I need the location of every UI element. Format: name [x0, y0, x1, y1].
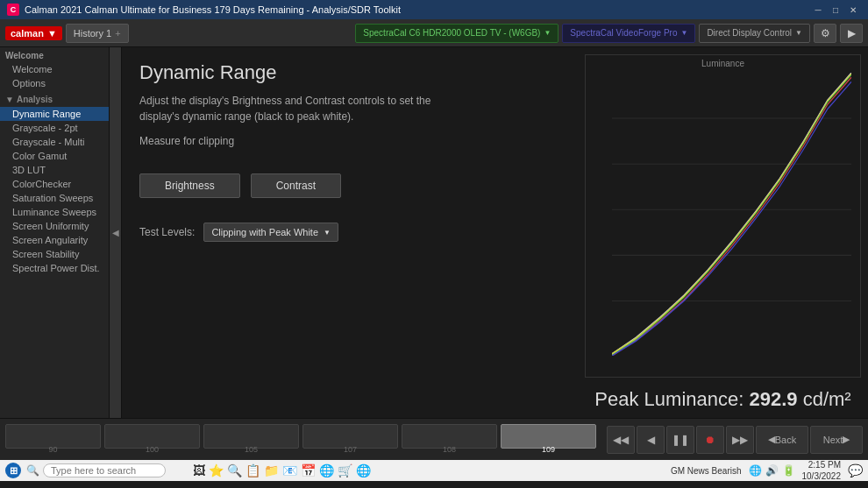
sidebar-wrapper: Welcome Welcome Options ▼ Analysis Dynam… — [0, 47, 122, 418]
sidebar-item-screen-stability[interactable]: Screen Stability — [0, 247, 109, 261]
taskbar-icon-9[interactable]: 🛒 — [338, 463, 352, 477]
sidebar-item-luminance-sweeps[interactable]: Luminance Sweeps — [0, 205, 109, 219]
history-tab-label: History 1 — [74, 28, 111, 39]
device1-badge[interactable]: SpectraCal C6 HDR2000 OLED TV - (W6GB) ▼ — [355, 24, 559, 43]
logo-text: calman — [11, 28, 44, 39]
test-levels-select[interactable]: Clipping with Peak White ▼ — [203, 223, 338, 242]
taskbar-icon-7[interactable]: 📅 — [301, 463, 316, 477]
maximize-button[interactable]: □ — [828, 4, 843, 16]
windows-start[interactable]: ⊞ — [5, 463, 21, 478]
main-area: Welcome Welcome Options ▼ Analysis Dynam… — [0, 47, 868, 418]
sidebar-section-welcome: Welcome Welcome Options — [0, 47, 109, 92]
clock: 2:15 PM 10/3/2022 — [802, 459, 842, 482]
sys-icons: 🌐 🔊 🔋 — [749, 464, 795, 477]
battery-icon: 🔋 — [782, 464, 795, 477]
sidebar-item-screen-angularity[interactable]: Screen Angularity — [0, 233, 109, 247]
device1-label: SpectraCal C6 HDR2000 OLED TV - (W6GB) — [363, 28, 540, 38]
next-button[interactable]: Next ▶ — [810, 426, 863, 454]
minimize-button[interactable]: ─ — [810, 4, 826, 16]
next-icon: ▶ — [843, 434, 850, 445]
taskbar-icons: 🖼 ⭐ 🔍 📋 📁 📧 📅 🌐 🛒 🌐 — [193, 463, 371, 477]
bottom-tab-label-2: 100 — [146, 445, 159, 454]
sidebar-item-grayscale-2pt[interactable]: Grayscale - 2pt — [0, 121, 109, 135]
peak-luminance: Peak Luminance: 292.9 cd/m² — [585, 388, 861, 411]
device1-arrow: ▼ — [544, 29, 551, 37]
back-button[interactable]: ◀ Back — [756, 426, 808, 454]
device3-label: Direct Display Control — [707, 28, 792, 38]
peak-luminance-value: 292.9 — [749, 388, 797, 410]
search-bar: 🔍 — [26, 463, 184, 477]
calman-logo[interactable]: calman ▼ — [5, 26, 62, 40]
sidebar-category-analysis[interactable]: ▼ Analysis — [0, 92, 109, 107]
bottom-tab-wrap-4: 107 — [302, 424, 398, 456]
taskbar-icon-1[interactable]: 🖼 — [193, 463, 205, 477]
time-display: 2:15 PM — [802, 459, 842, 470]
test-levels-value: Clipping with Peak White — [211, 227, 318, 237]
bottom-tab-wrap-5: 108 — [402, 424, 497, 456]
sidebar-item-color-gamut[interactable]: Color Gamut — [0, 149, 109, 163]
nav-skip-back[interactable]: ◀◀ — [607, 426, 635, 454]
peak-luminance-label: Peak Luminance: — [594, 388, 743, 410]
device3-badge[interactable]: Direct Display Control ▼ — [699, 24, 810, 43]
sidebar-item-options[interactable]: Options — [0, 76, 109, 90]
chart-container: Luminance — [585, 54, 861, 378]
sound-icon: 🔊 — [765, 464, 779, 477]
taskbar-icon-6[interactable]: 📧 — [282, 463, 297, 477]
next-label: Next — [823, 435, 843, 445]
bottom-tab-wrap-3: 105 — [203, 424, 299, 456]
device3-arrow: ▼ — [795, 29, 802, 37]
taskbar-icon-8[interactable]: 🌐 — [319, 463, 334, 477]
bottom-tab-label-5: 108 — [443, 445, 456, 454]
bottom-tab-wrap-1: 90 — [5, 424, 101, 456]
sidebar-item-grayscale-multi[interactable]: Grayscale - Multi — [0, 135, 109, 149]
taskbar-icon-10[interactable]: 🌐 — [356, 463, 371, 477]
test-levels-arrow: ▼ — [324, 229, 331, 237]
sidebar-item-screen-uniformity[interactable]: Screen Uniformity — [0, 219, 109, 233]
app-icon: C — [7, 4, 19, 16]
bottom-tabs: 90 100 105 107 108 109 ◀◀ ◀ ❚❚ ⏺ ▶▶ ◀ Ba… — [0, 418, 868, 460]
history-tab[interactable]: History 1 + — [66, 24, 129, 43]
bottom-tab-label-6: 109 — [542, 445, 555, 454]
settings-icon: ⚙ — [821, 27, 830, 39]
taskbar-icon-5[interactable]: 📁 — [264, 463, 279, 477]
search-input[interactable] — [43, 463, 166, 477]
nav-pause[interactable]: ❚❚ — [666, 426, 694, 454]
search-icon: 🔍 — [26, 464, 39, 477]
nav-forward[interactable]: ▶▶ — [726, 426, 754, 454]
sidebar-item-spectral-power[interactable]: Spectral Power Dist. — [0, 261, 109, 275]
sidebar-item-welcome[interactable]: Welcome — [0, 62, 109, 76]
back-label: Back — [775, 435, 796, 445]
bottom-nav: ◀◀ ◀ ❚❚ ⏺ ▶▶ ◀ Back Next ▶ — [607, 426, 863, 454]
settings-button[interactable]: ⚙ — [814, 24, 836, 43]
sidebar-item-welcome-top[interactable]: Welcome — [0, 49, 109, 62]
toolbar: calman ▼ History 1 + SpectraCal C6 HDR20… — [0, 19, 868, 47]
luminance-chart: 90 92 94 96 98 100 102 104 106 108 — [612, 73, 851, 356]
sidebar-item-colorchecker[interactable]: ColorChecker — [0, 177, 109, 191]
left-panel: Dynamic Range Adjust the display's Brigh… — [122, 47, 578, 418]
sidebar-item-dynamic-range[interactable]: Dynamic Range — [0, 107, 109, 121]
taskbar-icon-4[interactable]: 📋 — [245, 463, 260, 477]
device2-arrow: ▼ — [680, 29, 687, 37]
page-description: Adjust the display's Brightness and Cont… — [139, 93, 473, 124]
history-tab-plus: + — [115, 28, 120, 39]
device2-badge[interactable]: SpectraCal VideoForge Pro ▼ — [562, 24, 695, 43]
close-button[interactable]: ✕ — [845, 4, 861, 16]
brightness-button[interactable]: Brightness — [139, 173, 240, 198]
play-button[interactable]: ▶ — [840, 24, 863, 43]
sidebar-item-saturation-sweeps[interactable]: Saturation Sweeps — [0, 191, 109, 205]
notification-icon[interactable]: 💬 — [848, 463, 863, 477]
taskbar-icon-2[interactable]: ⭐ — [209, 463, 224, 477]
measure-text: Measure for clipping — [139, 135, 560, 147]
sidebar-toggle[interactable]: ◀ — [110, 47, 122, 418]
test-levels-row: Test Levels: Clipping with Peak White ▼ — [139, 223, 560, 242]
network-icon: 🌐 — [749, 464, 762, 477]
contrast-button[interactable]: Contrast — [251, 173, 341, 198]
play-icon: ▶ — [848, 27, 856, 39]
nav-back[interactable]: ◀ — [637, 426, 665, 454]
sidebar-item-3d-lut[interactable]: 3D LUT — [0, 163, 109, 177]
content-area: Dynamic Range Adjust the display's Brigh… — [122, 47, 868, 418]
sidebar: Welcome Welcome Options ▼ Analysis Dynam… — [0, 47, 110, 418]
nav-record[interactable]: ⏺ — [696, 426, 724, 454]
taskbar-icon-3[interactable]: 🔍 — [227, 463, 242, 477]
peak-luminance-unit: cd/m² — [803, 388, 851, 410]
